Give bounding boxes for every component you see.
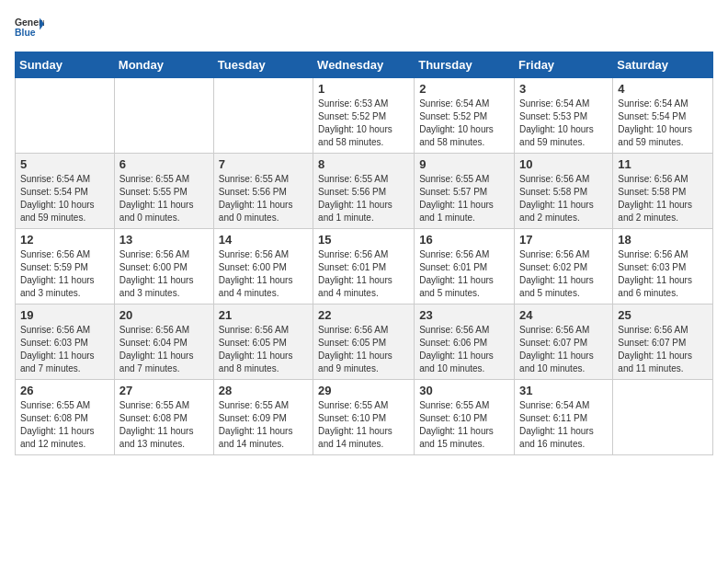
- header-thursday: Thursday: [415, 52, 515, 78]
- calendar-cell: 2Sunrise: 6:54 AM Sunset: 5:52 PM Daylig…: [415, 78, 515, 154]
- calendar-cell: 31Sunrise: 6:54 AM Sunset: 6:11 PM Dayli…: [515, 380, 613, 455]
- header-wednesday: Wednesday: [313, 52, 415, 78]
- calendar-cell: [16, 78, 115, 154]
- day-info: Sunrise: 6:53 AM Sunset: 5:52 PM Dayligh…: [318, 98, 409, 149]
- calendar-cell: 25Sunrise: 6:56 AM Sunset: 6:07 PM Dayli…: [613, 304, 713, 380]
- calendar-week-row: 19Sunrise: 6:56 AM Sunset: 6:03 PM Dayli…: [16, 304, 713, 380]
- calendar-cell: 1Sunrise: 6:53 AM Sunset: 5:52 PM Daylig…: [313, 78, 415, 154]
- calendar-cell: 16Sunrise: 6:56 AM Sunset: 6:01 PM Dayli…: [415, 229, 515, 304]
- day-number: 26: [20, 384, 109, 397]
- day-info: Sunrise: 6:55 AM Sunset: 5:56 PM Dayligh…: [219, 173, 308, 224]
- day-info: Sunrise: 6:54 AM Sunset: 5:52 PM Dayligh…: [419, 98, 509, 149]
- day-info: Sunrise: 6:56 AM Sunset: 6:00 PM Dayligh…: [219, 248, 308, 300]
- day-info: Sunrise: 6:55 AM Sunset: 6:10 PM Dayligh…: [318, 399, 409, 451]
- day-number: 14: [219, 233, 308, 247]
- day-number: 19: [20, 308, 109, 322]
- day-info: Sunrise: 6:54 AM Sunset: 5:53 PM Dayligh…: [519, 98, 608, 149]
- calendar-table: SundayMondayTuesdayWednesdayThursdayFrid…: [15, 52, 713, 455]
- day-number: 31: [519, 384, 608, 397]
- calendar-cell: [213, 78, 313, 154]
- calendar-cell: 26Sunrise: 6:55 AM Sunset: 6:08 PM Dayli…: [16, 380, 115, 455]
- day-number: 21: [219, 308, 308, 322]
- day-number: 6: [119, 157, 209, 171]
- day-info: Sunrise: 6:56 AM Sunset: 6:04 PM Dayligh…: [119, 324, 209, 375]
- day-info: Sunrise: 6:54 AM Sunset: 5:54 PM Dayligh…: [618, 98, 708, 149]
- day-info: Sunrise: 6:56 AM Sunset: 6:07 PM Dayligh…: [519, 324, 608, 375]
- calendar-cell: 19Sunrise: 6:56 AM Sunset: 6:03 PM Dayli…: [16, 304, 115, 380]
- logo: General Blue: [15, 15, 44, 40]
- day-info: Sunrise: 6:56 AM Sunset: 5:58 PM Dayligh…: [618, 173, 708, 224]
- day-number: 9: [419, 157, 509, 171]
- calendar-cell: 6Sunrise: 6:55 AM Sunset: 5:55 PM Daylig…: [114, 154, 213, 229]
- day-number: 3: [519, 82, 608, 96]
- calendar-cell: 10Sunrise: 6:56 AM Sunset: 5:58 PM Dayli…: [515, 154, 613, 229]
- day-number: 4: [618, 82, 708, 96]
- day-info: Sunrise: 6:56 AM Sunset: 6:07 PM Dayligh…: [618, 324, 708, 375]
- day-info: Sunrise: 6:56 AM Sunset: 5:58 PM Dayligh…: [519, 173, 608, 224]
- day-info: Sunrise: 6:56 AM Sunset: 6:02 PM Dayligh…: [519, 248, 608, 300]
- svg-text:Blue: Blue: [15, 28, 36, 38]
- day-info: Sunrise: 6:56 AM Sunset: 6:05 PM Dayligh…: [219, 324, 308, 375]
- header-sunday: Sunday: [16, 52, 115, 78]
- day-number: 15: [318, 233, 409, 247]
- day-number: 27: [119, 384, 209, 397]
- day-number: 22: [318, 308, 409, 322]
- day-number: 13: [119, 233, 209, 247]
- calendar-cell: 13Sunrise: 6:56 AM Sunset: 6:00 PM Dayli…: [114, 229, 213, 304]
- calendar-cell: 21Sunrise: 6:56 AM Sunset: 6:05 PM Dayli…: [213, 304, 313, 380]
- calendar-cell: [613, 380, 713, 455]
- calendar-cell: 20Sunrise: 6:56 AM Sunset: 6:04 PM Dayli…: [114, 304, 213, 380]
- day-number: 20: [119, 308, 209, 322]
- day-number: 17: [519, 233, 608, 247]
- day-info: Sunrise: 6:56 AM Sunset: 6:03 PM Dayligh…: [618, 248, 708, 300]
- generalblue-logo-icon: General Blue: [15, 15, 44, 40]
- calendar-cell: [114, 78, 213, 154]
- day-info: Sunrise: 6:55 AM Sunset: 5:55 PM Dayligh…: [119, 173, 209, 224]
- day-number: 24: [519, 308, 608, 322]
- day-number: 7: [219, 157, 308, 171]
- calendar-cell: 4Sunrise: 6:54 AM Sunset: 5:54 PM Daylig…: [613, 78, 713, 154]
- day-info: Sunrise: 6:56 AM Sunset: 6:06 PM Dayligh…: [419, 324, 509, 375]
- calendar-cell: 22Sunrise: 6:56 AM Sunset: 6:05 PM Dayli…: [313, 304, 415, 380]
- calendar-cell: 3Sunrise: 6:54 AM Sunset: 5:53 PM Daylig…: [515, 78, 613, 154]
- day-info: Sunrise: 6:56 AM Sunset: 5:59 PM Dayligh…: [20, 248, 109, 300]
- calendar-cell: 7Sunrise: 6:55 AM Sunset: 5:56 PM Daylig…: [213, 154, 313, 229]
- calendar-cell: 11Sunrise: 6:56 AM Sunset: 5:58 PM Dayli…: [613, 154, 713, 229]
- day-number: 25: [618, 308, 708, 322]
- day-info: Sunrise: 6:55 AM Sunset: 5:56 PM Dayligh…: [318, 173, 409, 224]
- calendar-cell: 18Sunrise: 6:56 AM Sunset: 6:03 PM Dayli…: [613, 229, 713, 304]
- calendar-cell: 9Sunrise: 6:55 AM Sunset: 5:57 PM Daylig…: [415, 154, 515, 229]
- calendar-cell: 8Sunrise: 6:55 AM Sunset: 5:56 PM Daylig…: [313, 154, 415, 229]
- calendar-header-row: SundayMondayTuesdayWednesdayThursdayFrid…: [16, 52, 713, 78]
- calendar-cell: 5Sunrise: 6:54 AM Sunset: 5:54 PM Daylig…: [16, 154, 115, 229]
- day-info: Sunrise: 6:55 AM Sunset: 5:57 PM Dayligh…: [419, 173, 509, 224]
- calendar-cell: 30Sunrise: 6:55 AM Sunset: 6:10 PM Dayli…: [415, 380, 515, 455]
- calendar-week-row: 5Sunrise: 6:54 AM Sunset: 5:54 PM Daylig…: [16, 154, 713, 229]
- calendar-cell: 15Sunrise: 6:56 AM Sunset: 6:01 PM Dayli…: [313, 229, 415, 304]
- calendar-cell: 24Sunrise: 6:56 AM Sunset: 6:07 PM Dayli…: [515, 304, 613, 380]
- day-info: Sunrise: 6:55 AM Sunset: 6:08 PM Dayligh…: [20, 399, 109, 451]
- day-info: Sunrise: 6:56 AM Sunset: 6:01 PM Dayligh…: [318, 248, 409, 300]
- day-info: Sunrise: 6:56 AM Sunset: 6:05 PM Dayligh…: [318, 324, 409, 375]
- calendar-cell: 12Sunrise: 6:56 AM Sunset: 5:59 PM Dayli…: [16, 229, 115, 304]
- day-info: Sunrise: 6:55 AM Sunset: 6:09 PM Dayligh…: [219, 399, 308, 451]
- day-number: 30: [419, 384, 509, 397]
- day-number: 29: [318, 384, 409, 397]
- calendar-cell: 17Sunrise: 6:56 AM Sunset: 6:02 PM Dayli…: [515, 229, 613, 304]
- day-number: 16: [419, 233, 509, 247]
- day-number: 2: [419, 82, 509, 96]
- day-info: Sunrise: 6:56 AM Sunset: 6:00 PM Dayligh…: [119, 248, 209, 300]
- calendar-cell: 28Sunrise: 6:55 AM Sunset: 6:09 PM Dayli…: [213, 380, 313, 455]
- calendar-week-row: 1Sunrise: 6:53 AM Sunset: 5:52 PM Daylig…: [16, 78, 713, 154]
- header-monday: Monday: [114, 52, 213, 78]
- day-number: 5: [20, 157, 109, 171]
- day-info: Sunrise: 6:54 AM Sunset: 5:54 PM Dayligh…: [20, 173, 109, 224]
- day-info: Sunrise: 6:55 AM Sunset: 6:08 PM Dayligh…: [119, 399, 209, 451]
- calendar-cell: 29Sunrise: 6:55 AM Sunset: 6:10 PM Dayli…: [313, 380, 415, 455]
- day-number: 11: [618, 157, 708, 171]
- calendar-week-row: 12Sunrise: 6:56 AM Sunset: 5:59 PM Dayli…: [16, 229, 713, 304]
- calendar-cell: 27Sunrise: 6:55 AM Sunset: 6:08 PM Dayli…: [114, 380, 213, 455]
- day-info: Sunrise: 6:55 AM Sunset: 6:10 PM Dayligh…: [419, 399, 509, 451]
- calendar-cell: 23Sunrise: 6:56 AM Sunset: 6:06 PM Dayli…: [415, 304, 515, 380]
- day-info: Sunrise: 6:56 AM Sunset: 6:01 PM Dayligh…: [419, 248, 509, 300]
